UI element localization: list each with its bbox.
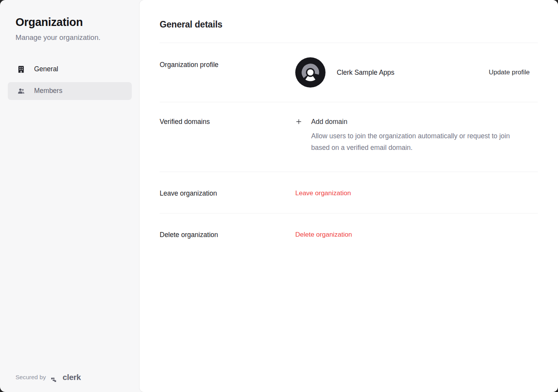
secured-by-footer: Secured by clerk: [16, 373, 81, 382]
row-label: Verified domains: [160, 117, 295, 126]
organization-name: Clerk Sample Apps: [337, 69, 394, 77]
page-title: Organization: [16, 15, 124, 29]
building-icon: [17, 65, 26, 74]
row-label: Organization profile: [160, 57, 295, 69]
organization-profile-modal: Organization Manage your organization. G…: [0, 0, 558, 392]
update-profile-button[interactable]: Update profile: [485, 65, 534, 79]
verified-domains-content: Add domain Allow users to join the organ…: [295, 117, 538, 153]
verified-domains-description: Allow users to join the organization aut…: [311, 130, 522, 153]
organization-profile-content: Clerk Sample Apps: [295, 57, 485, 88]
clerk-brand[interactable]: clerk: [51, 373, 81, 382]
clerk-wordmark: clerk: [62, 373, 81, 382]
page-subtitle: Manage your organization.: [16, 33, 124, 43]
clerk-logo-icon: [51, 373, 60, 382]
row-label: Delete organization: [160, 230, 295, 239]
panel-inner: General details Organization profile Cle…: [140, 0, 558, 254]
organization-profile-row: Organization profile Clerk Sample Apps U…: [160, 43, 538, 102]
delete-organization-button[interactable]: Delete organization: [295, 230, 352, 239]
leave-organization-button[interactable]: Leave organization: [295, 189, 351, 198]
sidebar-item-general[interactable]: General: [8, 60, 132, 78]
sidebar-item-label: Members: [34, 87, 62, 95]
sidebar-item-label: General: [34, 65, 58, 73]
verified-domains-row: Verified domains Add domain Allow users …: [160, 102, 538, 172]
add-domain-button[interactable]: Add domain: [295, 117, 347, 126]
sidebar: Organization Manage your organization. G…: [0, 0, 140, 392]
sidebar-header: Organization Manage your organization.: [8, 15, 132, 43]
plus-icon: [295, 118, 302, 125]
sidebar-item-members[interactable]: Members: [8, 82, 132, 100]
section-heading: General details: [160, 0, 538, 43]
secured-by-text: Secured by: [16, 374, 46, 381]
clerk-logomark-icon: [295, 57, 326, 88]
row-label: Leave organization: [160, 189, 295, 198]
general-details-panel: General details Organization profile Cle…: [140, 0, 558, 392]
users-icon: [17, 87, 26, 95]
add-domain-label: Add domain: [311, 117, 347, 126]
leave-organization-row: Leave organization Leave organization: [160, 172, 538, 213]
organization-avatar: [295, 57, 326, 88]
delete-organization-row: Delete organization Delete organization: [160, 213, 538, 254]
sidebar-nav: General Members: [8, 60, 132, 100]
